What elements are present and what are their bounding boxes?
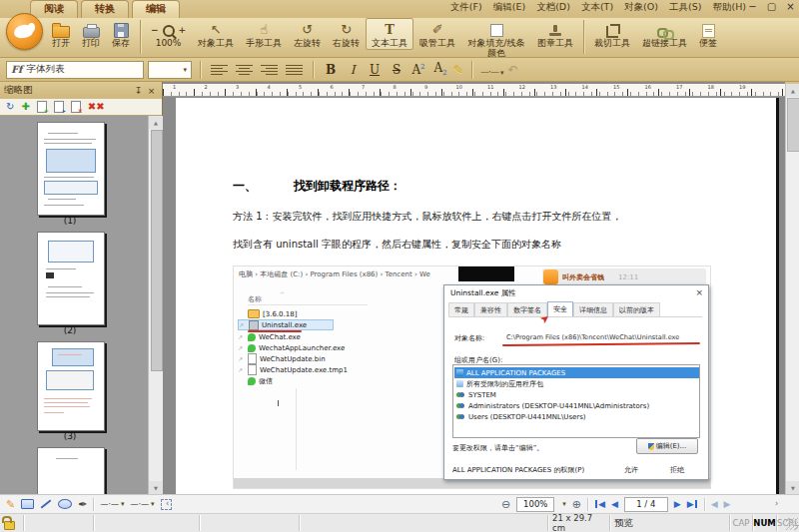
tab-security[interactable]: 安全 [547, 301, 573, 316]
subscript-button[interactable]: A2 [431, 61, 449, 77]
stamp-button[interactable]: 图章工具 [531, 18, 579, 50]
panel-close-icon[interactable]: × [145, 86, 158, 96]
zoom-out-icon[interactable]: − [151, 26, 159, 36]
maximize-button[interactable]: ▢ [765, 1, 778, 12]
pen-tool[interactable]: ✒ [78, 499, 87, 510]
rotate-page-icon[interactable]: ↻ [6, 102, 14, 112]
align-justify-button[interactable] [284, 62, 305, 77]
document-canvas[interactable]: 12345678910111213141516171819 一、 找到卸载程序路… [163, 82, 785, 494]
list-item-all-app-packages[interactable]: ALL APPLICATION PACKAGES [454, 367, 699, 378]
previous-page-button[interactable]: ◀ [611, 499, 618, 509]
open-button[interactable]: 打开 [46, 18, 76, 50]
superscript-button[interactable]: A2 [409, 63, 427, 77]
delete-page-icon[interactable]: ✖✖ [88, 102, 105, 112]
menu-file[interactable]: 文件(F) [449, 1, 483, 16]
tab-convert[interactable]: 转换 [81, 0, 129, 18]
page-thumbnail-4[interactable] [37, 447, 105, 494]
document-scrollbar[interactable]: ▲ ▼ [785, 84, 799, 494]
align-center-button[interactable] [234, 62, 255, 77]
bold-button[interactable]: B [322, 63, 340, 77]
strikethrough-button[interactable]: S [388, 63, 405, 77]
hand-tool-button[interactable]: ☝ 手形工具 [240, 18, 288, 50]
menu-tools[interactable]: 工具(S) [668, 1, 702, 16]
align-left-button[interactable] [209, 62, 230, 77]
tab-read[interactable]: 阅读 [30, 0, 78, 18]
scroll-down-icon[interactable]: ▼ [786, 481, 799, 494]
group-listbox[interactable]: ALL APPLICATION PACKAGES 所有受限制的应用程序包 SYS… [452, 364, 700, 438]
zoom-control[interactable]: − + 100% [145, 18, 192, 50]
ellipse-tool[interactable] [58, 499, 72, 509]
rectangle-tool[interactable] [21, 499, 34, 509]
tab-compatibility[interactable]: 兼容性 [474, 302, 507, 317]
next-page-button[interactable]: ▶ [674, 499, 681, 509]
pencil-tool[interactable]: ✎ [6, 499, 15, 510]
menu-help[interactable]: 帮助(H) [711, 1, 747, 16]
zoom-in-button[interactable]: ⊕ [572, 498, 581, 511]
thumbnail-scrollbar[interactable]: ▲ ▼ [148, 116, 163, 494]
list-item-users[interactable]: Users (DESKTOP-U441MNL\Users) [454, 411, 699, 422]
view-back-button[interactable]: ◀ [711, 499, 718, 509]
list-item-administrators[interactable]: Administrators (DESKTOP-U441MNL\Administ… [454, 400, 699, 411]
note-button[interactable]: 便签 [693, 18, 723, 50]
line-tool[interactable] [41, 500, 52, 509]
hscroll-right-icon[interactable]: › [775, 499, 778, 508]
zoom-out-button[interactable]: ⊖ [501, 498, 510, 511]
font-combo[interactable]: Ff 字体列表 [6, 61, 144, 79]
line-style-select[interactable]: —·—▾ [100, 500, 124, 509]
list-item-restricted-packages[interactable]: 所有受限制的应用程序包 [454, 378, 699, 389]
menu-edit[interactable]: 编辑(E) [492, 1, 526, 16]
menu-document[interactable]: 文档(D) [535, 1, 571, 16]
scroll-down-icon[interactable]: ▼ [149, 481, 163, 494]
insert-page-icon[interactable] [37, 101, 47, 113]
pin-icon[interactable]: ↧ [132, 86, 145, 96]
add-page-icon[interactable]: ✚ [21, 102, 29, 112]
tab-general[interactable]: 常规 [448, 302, 474, 317]
fill-color-button[interactable]: 对象填充/线条颜色 [461, 18, 531, 60]
page-thumbnail-3[interactable] [37, 341, 105, 431]
save-button[interactable]: 保存 [106, 18, 136, 50]
text-tool-button[interactable]: T 文本工具 [366, 18, 413, 50]
tab-details[interactable]: 详细信息 [573, 302, 613, 317]
scrollbar-thumb[interactable] [151, 130, 163, 371]
minimize-button[interactable]: − [746, 1, 759, 12]
menu-text[interactable]: 文本(T) [580, 1, 614, 16]
print-button[interactable]: 打印 [76, 18, 106, 50]
dialog-close-icon[interactable]: × [695, 287, 703, 297]
tab-previous-versions[interactable]: 以前的版本 [613, 302, 660, 317]
scroll-up-icon[interactable]: ▲ [786, 84, 799, 97]
underline-button[interactable]: U [366, 63, 384, 77]
menu-object[interactable]: 对象(O) [623, 1, 659, 16]
page-thumbnail-1[interactable] [37, 122, 105, 216]
object-tool-button[interactable]: ↖ 对象工具 [192, 18, 240, 50]
crop-button[interactable]: 裁切工具 [588, 18, 636, 50]
replace-page-icon[interactable] [71, 101, 81, 113]
italic-button[interactable]: I [344, 63, 362, 77]
chevron-down-icon[interactable]: ▾ [562, 500, 566, 508]
resize-grip[interactable] [786, 518, 798, 530]
list-item-system[interactable]: SYSTEM [454, 389, 699, 400]
zoom-level-box[interactable]: 100% [516, 497, 554, 512]
tab-edit[interactable]: 编辑 [132, 0, 180, 18]
line-spacing-button[interactable]: —·—▾ [480, 60, 503, 79]
align-right-button[interactable] [259, 62, 280, 77]
hscroll-left-icon[interactable]: ‹ [166, 499, 169, 508]
zoom-in-icon[interactable]: + [179, 26, 187, 36]
view-forward-button[interactable]: ▶ [724, 499, 731, 509]
document-page[interactable]: 一、 找到卸载程序路径： 方法 1：安装完软件，找到应用快捷方式，鼠标放软件上，… [176, 98, 779, 494]
scroll-up-icon[interactable]: ▲ [149, 116, 163, 129]
line-width-select[interactable]: —·—▾ [131, 500, 155, 509]
extract-page-icon[interactable] [54, 101, 64, 113]
page-thumbnail-2[interactable] [37, 232, 105, 325]
page-indicator[interactable]: 1 / 4 [624, 497, 668, 512]
last-page-button[interactable]: ▶ [687, 499, 698, 509]
rotate-left-button[interactable]: ↺ 左旋转 [288, 18, 327, 50]
undo-button[interactable]: ↶ [507, 63, 517, 77]
font-size-combo[interactable]: ▾ [148, 61, 192, 79]
hyperlink-button[interactable]: 超链接工具 [636, 18, 693, 50]
rotate-right-button[interactable]: ↻ 右旋转 [327, 18, 366, 50]
first-page-button[interactable]: ◀ [594, 499, 605, 509]
app-logo[interactable] [6, 13, 43, 50]
close-button[interactable]: × [784, 1, 797, 12]
highlighter-button[interactable]: ✎ [453, 63, 463, 77]
scrollbar-thumb[interactable] [787, 98, 799, 152]
